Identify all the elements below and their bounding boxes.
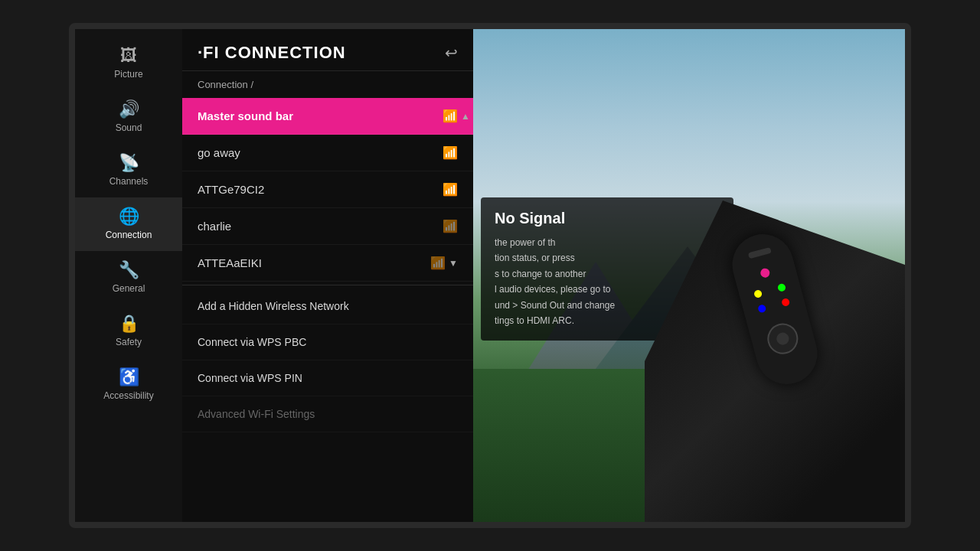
sidebar-item-label: Channels [109,176,149,187]
connection-icon: 🌐 [119,208,139,225]
sidebar: 🖼 Picture 🔊 Sound 📡 Channels 🌐 Connectio… [75,29,182,522]
remote-control [725,227,824,391]
landscape-background: No Signal the power of th tion status, o… [473,29,905,522]
network-name: ATTEAaEIKI [198,256,424,269]
network-item-charlie[interactable]: charlie 📶 [182,208,473,245]
remote-button-2 [753,289,763,298]
network-name: Master sound bar [198,109,436,122]
network-list: Master sound bar 📶 ▲ go away 📶 ATTGe79CI… [182,98,473,522]
remote-button-1 [760,267,771,279]
picture-icon: 🖼 [120,47,137,64]
remote-button-4 [757,304,766,313]
sidebar-item-picture[interactable]: 🖼 Picture [75,37,182,90]
remote-dpad-center [776,331,791,347]
network-item-atteaaeiki[interactable]: ATTEAaEIKI 📶 ▼ [182,245,473,282]
sidebar-item-safety[interactable]: 🔒 Safety [75,305,182,358]
tv-frame: 🖼 Picture 🔊 Sound 📡 Channels 🌐 Connectio… [69,23,911,528]
sidebar-item-connection[interactable]: 🌐 Connection [75,197,182,251]
network-item-attge79ci2[interactable]: ATTGe79CI2 📶 [182,171,473,208]
sound-icon: 🔊 [119,101,139,118]
scroll-up[interactable]: ▲ [461,98,470,134]
network-name: ATTGe79CI2 [198,183,436,196]
remote-button-5 [781,298,790,307]
network-name: charlie [198,220,436,233]
connect-wps-pbc-item[interactable]: Connect via WPS PBC [182,324,473,360]
remote-top-detail [748,247,772,259]
no-signal-title: No Signal [495,210,720,227]
sidebar-item-label: Sound [116,122,142,133]
network-name: go away [198,146,436,159]
add-hidden-label: Add a Hidden Wireless Network [198,300,349,312]
panel-title: ·FI CONNECTION [198,43,346,63]
panel-header: ·FI CONNECTION ↩ [182,29,473,71]
sidebar-item-label: Picture [114,69,142,80]
sidebar-item-label: Safety [116,337,142,347]
connect-wps-pin-item[interactable]: Connect via WPS PIN [182,360,473,396]
sidebar-item-label: Connection [106,230,152,240]
sidebar-item-sound[interactable]: 🔊 Sound [75,90,182,144]
sidebar-item-channels[interactable]: 📡 Channels [75,144,182,197]
add-hidden-network-item[interactable]: Add a Hidden Wireless Network [182,289,473,324]
wifi-weak-icon: 📶 [443,219,458,233]
general-icon: 🔧 [119,262,139,279]
sidebar-item-general[interactable]: 🔧 General [75,251,182,305]
network-item-go-away[interactable]: go away 📶 [182,135,473,171]
channels-icon: 📡 [119,155,139,171]
remote-button-3 [777,283,786,292]
network-item-master-sound-bar[interactable]: Master sound bar 📶 ▲ [182,98,473,135]
back-button[interactable]: ↩ [445,44,458,62]
sidebar-item-accessibility[interactable]: ♿ Accessibility [75,358,182,412]
wifi-weak-icon: 📶 [430,256,446,270]
wifi-strong-icon: 📶 [443,109,458,123]
safety-icon: 🔒 [119,315,139,332]
breadcrumb: Connection / [182,71,473,98]
wifi-strong-icon: 📶 [443,145,458,160]
wifi-strong-icon: 📶 [443,182,458,197]
advanced-wifi-item[interactable]: Advanced Wi-Fi Settings [182,396,473,432]
main-panel: ·FI CONNECTION ↩ Connection / Master sou… [182,29,473,522]
connect-wps-pin-label: Connect via WPS PIN [198,372,302,384]
accessibility-icon: ♿ [119,369,139,386]
connect-wps-pbc-label: Connect via WPS PBC [198,336,306,348]
remote-dpad [764,320,802,357]
advanced-wifi-label: Advanced Wi-Fi Settings [198,408,315,420]
sidebar-item-label: Accessibility [103,390,153,401]
background-area: No Signal the power of th tion status, o… [473,29,905,522]
sidebar-item-label: General [113,283,145,294]
scroll-down[interactable]: ▼ [449,258,458,269]
divider [182,285,473,285]
